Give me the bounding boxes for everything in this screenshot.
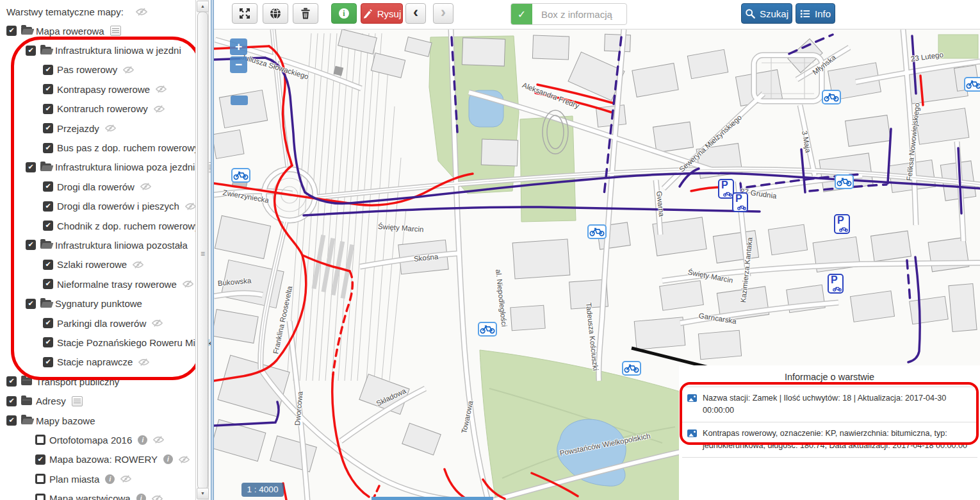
bike-route-marker[interactable] (822, 90, 841, 104)
scrollbar-thumb[interactable]: ≡ (197, 12, 208, 490)
zoom-slider-handle[interactable] (231, 96, 248, 105)
bike-route-marker[interactable] (231, 168, 250, 183)
info-circle-icon[interactable]: i (136, 494, 146, 500)
layer-label[interactable]: Transport publiczny (36, 376, 119, 387)
eye-slash-icon[interactable] (185, 203, 196, 210)
map-canvas[interactable]: Juliusza Słowackiego Zwierzyniecka Bukow… (214, 29, 980, 500)
eye-slash-icon[interactable] (123, 66, 134, 74)
layer-checkbox[interactable]: ✔ (43, 123, 53, 133)
layer-label[interactable]: Infrastruktura liniowa w jezdni (55, 45, 181, 56)
sidebar-scrollbar[interactable]: ▲ ≡ ▼ (195, 0, 209, 500)
eye-slash-icon[interactable] (133, 261, 143, 269)
bike-route-marker[interactable] (478, 322, 497, 337)
layer-checkbox[interactable]: ✔ (6, 396, 17, 406)
layer-checkbox[interactable]: ✔ (43, 143, 53, 153)
layer-label[interactable]: Mapy bazowe (36, 415, 95, 426)
eye-slash-icon[interactable] (136, 8, 147, 16)
layer-checkbox[interactable]: ✔ (43, 260, 53, 270)
eye-slash-icon[interactable] (140, 183, 151, 190)
bike-parking-marker[interactable]: P (834, 214, 850, 234)
scroll-up-button[interactable]: ▲ (197, 1, 209, 12)
scroll-down-button[interactable]: ▼ (197, 488, 209, 499)
bike-route-marker[interactable] (835, 174, 854, 189)
layer-label[interactable]: Adresy (36, 396, 66, 406)
clear-trash-button[interactable] (293, 3, 318, 24)
layer-label[interactable]: Plan miasta (49, 474, 99, 485)
eye-slash-icon[interactable] (183, 280, 193, 288)
zoom-out-button[interactable]: − (230, 56, 247, 73)
layer-label[interactable]: Stacje Poznańskiego Roweru Miejskiego (57, 337, 211, 348)
bike-route-marker[interactable] (587, 224, 607, 239)
search-button[interactable]: Szukaj (741, 3, 792, 24)
layer-checkbox[interactable]: ✔ (43, 181, 53, 192)
draw-button[interactable]: Rysuj (361, 3, 403, 24)
layer-label[interactable]: Szlaki rowerowe (57, 259, 127, 270)
layer-label[interactable]: Ortofotomapa 2016 (49, 435, 132, 446)
layer-checkbox[interactable]: ✔ (43, 201, 53, 212)
bike-parking-marker[interactable]: P (828, 274, 844, 294)
layer-label[interactable]: Kontraruch rowerowy (57, 103, 148, 114)
layer-checkbox[interactable]: ✔ (43, 221, 53, 231)
eye-slash-icon[interactable] (156, 85, 167, 93)
layer-label[interactable]: Sygnatury punktowe (55, 298, 142, 309)
history-back-button[interactable]: ‹ (405, 3, 426, 24)
eye-slash-icon[interactable] (152, 319, 163, 327)
eye-slash-icon[interactable] (153, 436, 164, 444)
layer-checkbox[interactable]: ✔ (6, 376, 17, 387)
layer-label[interactable]: Drogi dla rowerów (57, 181, 135, 192)
bike-route-marker[interactable] (964, 77, 980, 92)
layer-checkbox[interactable]: ✔ (43, 279, 53, 289)
layer-checkbox[interactable] (35, 474, 45, 484)
layer-label[interactable]: Parkingi dla rowerów (57, 318, 146, 329)
basemap-globe-button[interactable] (263, 3, 288, 24)
layer-checkbox[interactable]: ✔ (43, 65, 53, 75)
layer-checkbox[interactable]: ✔ (26, 240, 36, 250)
eye-slash-icon[interactable] (154, 105, 165, 113)
info-circle-icon[interactable]: i (105, 474, 115, 484)
layer-label[interactable]: Mapa rowerowa (36, 26, 104, 37)
layer-label[interactable]: Infrastruktura liniowa poza jezdnią (55, 162, 200, 172)
layer-checkbox[interactable]: ✔ (43, 318, 53, 328)
layer-checkbox[interactable]: ✔ (43, 84, 53, 94)
layer-label[interactable]: Mapa bazowa: ROWERY (49, 454, 158, 465)
eye-slash-icon[interactable] (105, 124, 116, 132)
layer-checkbox[interactable]: ✔ (43, 337, 53, 347)
layer-label[interactable]: Przejazdy (57, 123, 99, 134)
layer-checkbox[interactable]: ✔ (26, 46, 36, 56)
layer-checkbox[interactable] (35, 435, 45, 445)
eye-slash-icon[interactable] (138, 358, 149, 366)
layer-checkbox[interactable]: ✔ (26, 299, 36, 309)
layer-label[interactable]: Kontrapasy rowerowe (57, 84, 150, 95)
bike-route-marker[interactable] (622, 361, 641, 376)
bike-parking-marker[interactable]: P (732, 192, 748, 212)
eye-slash-icon[interactable] (152, 495, 163, 500)
legend-icon[interactable] (110, 26, 121, 36)
layer-label[interactable]: Infrastruktura liniowa pozostała (55, 240, 188, 251)
layer-checkbox[interactable]: ✔ (6, 26, 17, 36)
layer-label[interactable]: Mapa warstwicowa (49, 493, 131, 500)
layer-label[interactable]: Stacje naprawcze (57, 356, 133, 367)
fullscreen-button[interactable] (232, 3, 257, 24)
identify-info-button[interactable]: i (331, 3, 357, 24)
info-box-toggle[interactable]: ✓ Box z informacją (510, 3, 627, 25)
layer-checkbox[interactable] (35, 494, 45, 500)
layer-checkbox[interactable]: ✔ (6, 415, 17, 426)
info-circle-icon[interactable]: i (163, 454, 173, 464)
layer-label[interactable]: Nieformalne trasy rowerowe (57, 279, 177, 290)
info-circle-icon[interactable]: i (138, 435, 147, 445)
layer-checkbox[interactable]: ✔ (43, 104, 53, 114)
layer-checkbox[interactable]: ✔ (35, 454, 45, 465)
eye-slash-icon[interactable] (120, 475, 131, 483)
zoom-in-button[interactable]: + (230, 38, 247, 55)
legend-icon[interactable] (72, 396, 83, 406)
info-list-button[interactable]: Info (796, 3, 835, 24)
layer-label[interactable]: Chodnik z dop. ruchem rowerowym (57, 221, 208, 231)
layer-label[interactable]: Drogi dla rowerów i pieszych (57, 201, 179, 212)
panel-divider[interactable] (211, 0, 214, 500)
layer-label[interactable]: Pas rowerowy (57, 64, 117, 75)
layer-checkbox[interactable]: ✔ (43, 357, 53, 367)
layer-label[interactable]: Bus pas z dop. ruchem rowerowym (57, 142, 207, 153)
layer-checkbox[interactable]: ✔ (26, 162, 36, 172)
history-forward-button[interactable]: › (433, 3, 453, 24)
eye-slash-icon[interactable] (179, 456, 190, 463)
